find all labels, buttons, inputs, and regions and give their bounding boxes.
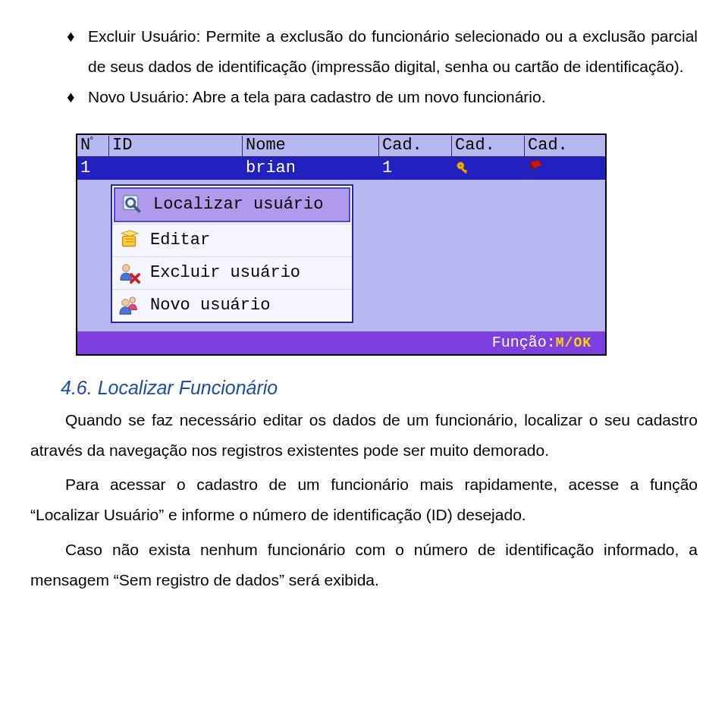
bullet-text: Novo Usuário: Abre a tela para cadastro … [88,82,698,112]
card-icon [525,158,605,178]
paragraph: Para acessar o cadastro de um funcionári… [30,469,698,530]
col-header-nome: Nome [243,136,379,156]
bullet-label: Novo Usuário: [88,88,189,105]
cell-cad1: 1 [379,159,452,177]
col-header-cad: Cad. [525,136,605,156]
col-header-n: N° [77,136,109,156]
bullet-label: Excluir Usuário: [88,27,200,45]
bullet-list: ♦ Excluir Usuário: Permite a exclusão do… [67,21,698,112]
svg-line-8 [133,206,139,211]
diamond-icon: ♦ [67,82,88,112]
bullet-item: ♦ Novo Usuário: Abre a tela para cadastr… [67,82,698,112]
context-menu: Localizar usuário Editar [111,184,353,323]
menu-label: Localizar usuário [153,195,323,214]
svg-point-1 [460,164,462,166]
function-bar: Função:M/OK [77,331,605,354]
svg-marker-10 [121,231,139,237]
menu-label: Excluir usuário [150,263,300,282]
svg-point-11 [123,264,130,271]
function-key: M/OK [556,335,592,350]
paragraph: Caso não exista nenhum funcionário com o… [30,535,698,595]
col-header-id: ID [109,136,243,156]
bullet-item: ♦ Excluir Usuário: Permite a exclusão do… [67,21,698,82]
menu-item-novo-usuario[interactable]: Novo usuário [112,289,352,322]
svg-point-14 [130,297,136,303]
table-row-selected[interactable]: 1 brian 1 [77,157,605,180]
menu-item-editar[interactable]: Editar [112,224,352,256]
col-header-cad: Cad. [379,136,452,156]
diamond-icon: ♦ [67,21,88,82]
search-icon [120,192,146,218]
user-group-icon [117,293,143,319]
bullet-text: Excluir Usuário: Permite a exclusão do f… [88,21,698,82]
section-heading: 4.6. Localizar Funcionário [61,377,705,399]
device-screen: N° ID Nome Cad. Cad. Cad. 1 brian 1 [76,133,607,356]
menu-label: Editar [150,231,210,250]
key-icon [452,160,525,177]
cell-nome: brian [243,159,379,177]
svg-point-15 [122,299,129,306]
user-delete-icon [117,260,143,286]
svg-rect-9 [123,236,136,246]
menu-item-localizar-usuario[interactable]: Localizar usuário [114,187,350,222]
edit-icon [117,228,143,253]
menu-item-excluir-usuario[interactable]: Excluir usuário [112,256,352,289]
popup-backdrop: Localizar usuário Editar [77,180,605,331]
cell-n: 1 [77,159,109,177]
bullet-rest: Abre a tela para cadastro de um novo fun… [189,88,545,105]
menu-label: Novo usuário [150,296,270,315]
paragraph: Quando se faz necessário editar os dados… [30,405,698,466]
table-header-row: N° ID Nome Cad. Cad. Cad. [77,135,605,157]
device-screenshot: N° ID Nome Cad. Cad. Cad. 1 brian 1 [76,133,607,356]
col-header-cad: Cad. [452,136,525,156]
function-label: Função: [492,334,556,351]
